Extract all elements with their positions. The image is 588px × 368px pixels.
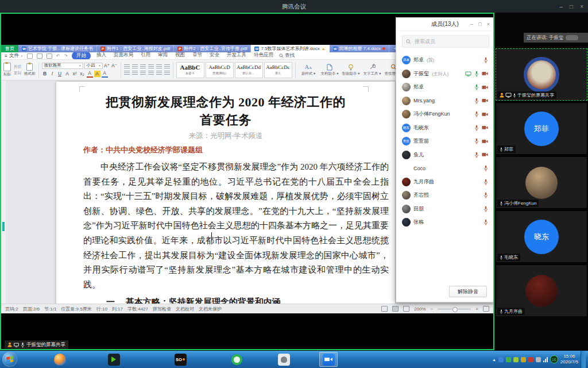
tray-icon[interactable] [521, 357, 526, 362]
paragraph-format-icon[interactable] [140, 64, 146, 69]
status-item[interactable]: 节:1/1 [44, 306, 56, 312]
tray-icon[interactable] [498, 357, 504, 362]
network-signal-icon[interactable] [543, 357, 548, 362]
zoom-out-button[interactable]: − [431, 306, 434, 312]
member-row[interactable]: 九月序曲 [396, 175, 494, 189]
copy-button[interactable]: 复制 [14, 71, 21, 76]
taskbar-clock[interactable]: 15:06 2020/7/5 [560, 354, 578, 365]
unmute-button[interactable]: 解除静音 [449, 286, 487, 297]
menu-item[interactable]: 章节 [191, 52, 204, 60]
paragraph-format-icon[interactable] [156, 64, 162, 69]
document-page[interactable]: 把贯彻新发展理念作为 2020 年经济工作的 首要任务 来源：光明网-学术频道 … [56, 82, 395, 304]
undo-icon[interactable]: ↶ [56, 54, 60, 58]
grow-font-button[interactable]: A⁺ [104, 63, 110, 69]
mic-icon[interactable] [474, 111, 479, 117]
page-view-icon[interactable] [381, 306, 388, 312]
ribbon-tool-3[interactable]: 智能助手 ▾ [341, 63, 361, 76]
input-method-taskbar-button[interactable] [274, 352, 293, 367]
zoom-level[interactable]: 200% [414, 306, 425, 312]
format-button[interactable]: A [87, 70, 93, 78]
member-search-box[interactable] [402, 35, 489, 48]
format-button[interactable]: A [94, 71, 100, 77]
media-player-taskbar-button[interactable] [105, 352, 123, 367]
menu-item[interactable]: 开始 [72, 52, 91, 60]
video-thumbnail[interactable]: 晓东毛晓东 [496, 210, 587, 263]
sogou-browser-taskbar-button[interactable]: SO [171, 352, 189, 367]
document-tab[interactable]: P附件1：西安工业..海报封皮.pdf [97, 45, 174, 52]
document-tab[interactable]: W田琳的相册 7.4.docx [330, 45, 389, 52]
format-button[interactable]: A [102, 70, 108, 78]
menu-item[interactable]: 视图 [173, 52, 187, 60]
nav-marker[interactable] [2, 222, 5, 231]
paragraph-format-icon[interactable] [148, 64, 154, 69]
mic-icon[interactable] [474, 152, 479, 158]
find-menu[interactable]: 查找 [279, 52, 295, 59]
paste-button[interactable]: 粘贴 [3, 63, 11, 77]
format-button[interactable]: I [49, 71, 56, 77]
video-thumbnail[interactable]: 郑菲郑菲 [496, 102, 587, 155]
member-row[interactable]: Coco [396, 162, 494, 175]
wps-home-tab[interactable]: 首页 [1, 45, 18, 52]
paragraph-format-icon[interactable] [148, 71, 154, 75]
status-item[interactable]: 拼写检查 [153, 306, 171, 312]
member-row[interactable]: 于振玺(主持人) [396, 67, 494, 81]
status-item[interactable]: 文档校对 [176, 306, 194, 312]
cut-button[interactable]: 剪切 [14, 64, 21, 70]
ribbon-tool-1[interactable]: AA新样式 ▾ [299, 63, 319, 76]
panel-close-icon[interactable]: × [487, 21, 490, 27]
style-preset[interactable]: AaBbC标题 4 [176, 62, 204, 78]
member-row[interactable]: 冯小傅FengKun [396, 108, 494, 121]
camera-icon[interactable] [482, 98, 488, 103]
minimize-icon[interactable]: – [560, 3, 563, 10]
mic-icon[interactable] [474, 98, 479, 104]
zoom-slider[interactable] [438, 309, 471, 309]
camera-icon[interactable] [482, 71, 488, 76]
video-thumbnail[interactable]: 于振玺的屏幕共享 [496, 48, 587, 101]
format-button[interactable]: B [42, 71, 48, 77]
paragraph-format-icon[interactable] [140, 71, 146, 75]
camera-icon[interactable] [482, 139, 488, 144]
paragraph-format-icon[interactable] [156, 71, 162, 75]
preview-icon[interactable] [47, 53, 52, 59]
status-item[interactable]: 文档未保护 [199, 306, 222, 312]
camera-icon[interactable] [482, 125, 488, 130]
mic-icon[interactable] [483, 57, 488, 63]
mic-icon[interactable] [483, 219, 488, 225]
tray-icon[interactable] [506, 357, 511, 362]
format-button[interactable]: A [64, 71, 71, 77]
colorful-sphere-taskbar-button[interactable] [51, 352, 69, 367]
paragraph-format-icon[interactable] [164, 71, 170, 75]
format-button[interactable]: x² [72, 71, 78, 77]
style-preset[interactable]: AaBbCcDd默认段... [235, 62, 263, 78]
document-tab[interactable]: W艺术学院 于振...课标建设任务书 [18, 45, 97, 52]
camera-icon[interactable] [482, 152, 488, 157]
mic-icon[interactable] [474, 84, 479, 90]
menu-item[interactable]: 开发工具 [225, 52, 248, 60]
member-row[interactable]: 郑卓 [396, 80, 494, 94]
tray-icon[interactable] [513, 357, 519, 362]
menu-item[interactable]: 引用 [139, 52, 152, 60]
status-item[interactable]: 位置量:9.5厘米 [61, 306, 91, 312]
outline-view-icon[interactable] [403, 306, 409, 312]
mic-icon[interactable] [500, 201, 503, 206]
camera-icon[interactable] [482, 85, 488, 90]
menu-item[interactable]: 插入 [95, 52, 108, 60]
paragraph-format-icon[interactable] [164, 64, 170, 69]
web-view-icon[interactable] [392, 306, 399, 312]
print-icon[interactable] [37, 53, 42, 59]
status-item[interactable]: 列:17 [112, 306, 123, 312]
paragraph-format-icon[interactable] [132, 71, 138, 75]
tray-expand-icon[interactable]: ▲ [492, 358, 496, 362]
tray-icon[interactable] [536, 357, 541, 362]
fullscreen-icon[interactable] [483, 306, 489, 312]
mic-icon[interactable] [483, 192, 488, 198]
paragraph-format-icon[interactable] [124, 71, 130, 75]
menu-item[interactable]: 安全 [208, 52, 221, 60]
shrink-font-button[interactable]: A⁻ [111, 63, 118, 69]
member-row[interactable]: 鱼儿 [396, 148, 494, 162]
font-name-select[interactable]: 微软雅黑▾ [42, 63, 83, 69]
member-row[interactable]: 齐芯熙 [396, 189, 494, 202]
format-painter-button[interactable]: 格式刷 [24, 63, 36, 76]
ribbon-tool-2[interactable]: 文档助手 ▾ [320, 63, 340, 76]
format-button[interactable]: U [57, 71, 63, 77]
